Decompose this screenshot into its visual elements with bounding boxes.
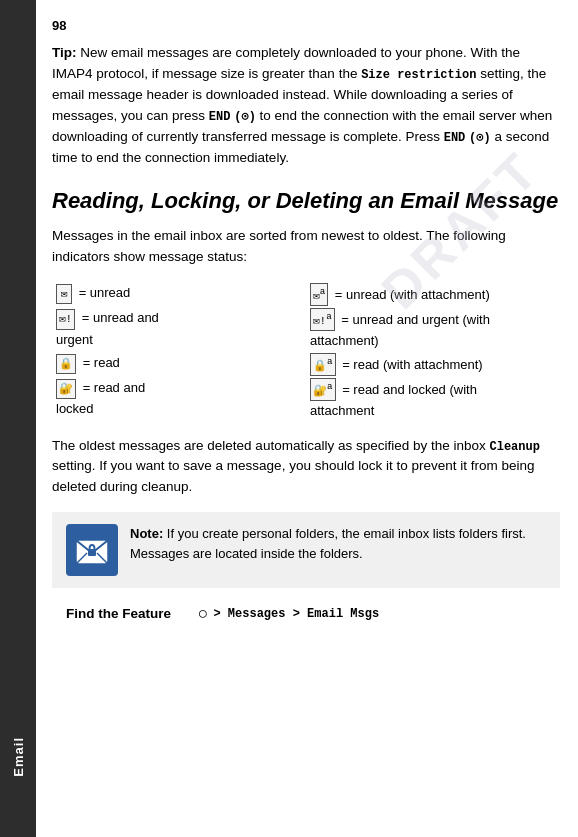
cleanup-text2: setting. If you want to save a message, … [52, 458, 535, 494]
path-messages: Messages [228, 607, 286, 621]
indicator-cell: ✉a = unread (with attachment) [306, 282, 560, 307]
read-attach-icon: 🔒a [310, 353, 336, 376]
path-separator-1: > [213, 607, 227, 621]
unread-urgent-attach-icon: ✉!a [310, 308, 335, 331]
path-email-msgs: Email Msgs [307, 607, 379, 621]
indicator-cell: 🔐a = read and locked (withattachment [306, 377, 560, 422]
path-separator-2: > [285, 607, 307, 621]
indicator-cell: ✉ = unread [52, 282, 306, 307]
tip-label: Tip: [52, 45, 77, 60]
end-key-1: END [209, 110, 231, 124]
read-locked-attach-icon: 🔐a [310, 378, 336, 401]
end-key-2: END [444, 131, 466, 145]
indicator-cell: 🔐 = read andlocked [52, 377, 306, 422]
indicator-cell: ✉!a = unread and urgent (withattachment) [306, 307, 560, 352]
sidebar: Email [0, 0, 36, 837]
cleanup-text: The oldest messages are deleted automati… [52, 436, 560, 499]
end-sym-2: (⊙) [469, 131, 491, 145]
find-feature-path: ◯ > Messages > Email Msgs [199, 606, 379, 621]
read-label: = read [83, 355, 120, 370]
unread-urgent-icon: ✉! [56, 309, 75, 330]
path-icon: ◯ [199, 607, 206, 621]
unread-urgent-attach-label: = unread and urgent (withattachment) [310, 312, 490, 349]
indicator-cell: 🔒 = read [52, 352, 306, 377]
find-feature-row: Find the Feature ◯ > Messages > Email Ms… [52, 602, 560, 625]
indicator-row: 🔒 = read 🔒a = read (with attachment) [52, 352, 560, 377]
svg-rect-3 [88, 549, 96, 556]
cleanup-mono: Cleanup [490, 440, 540, 454]
size-restriction-mono: Size restriction [361, 68, 476, 82]
find-feature-label: Find the Feature [66, 606, 171, 621]
note-body: If you create personal folders, the emai… [130, 526, 526, 561]
indicator-cell: ✉! = unread andurgent [52, 307, 306, 352]
indicator-cell: 🔒a = read (with attachment) [306, 352, 560, 377]
unread-attach-icon: ✉a [310, 283, 328, 306]
note-box: Note: If you create personal folders, th… [52, 512, 560, 588]
indicators-table: ✉ = unread ✉a = unread (with attachment)… [52, 282, 560, 422]
indicator-row: ✉ = unread ✉a = unread (with attachment) [52, 282, 560, 307]
unread-attach-label: = unread (with attachment) [335, 287, 490, 302]
end-sym-1: (⊙) [234, 110, 256, 124]
indicator-row: ✉! = unread andurgent ✉!a = unread and u… [52, 307, 560, 352]
note-text: Note: If you create personal folders, th… [130, 524, 546, 564]
read-icon: 🔒 [56, 354, 76, 375]
indicator-row: 🔐 = read andlocked 🔐a = read and locked … [52, 377, 560, 422]
unread-icon: ✉ [56, 284, 72, 305]
section-heading: Reading, Locking, or Deleting an Email M… [52, 187, 560, 215]
page-number: 98 [52, 18, 560, 33]
unread-label: = unread [79, 285, 131, 300]
sidebar-label: Email [11, 737, 26, 777]
envelope-icon [73, 531, 111, 569]
read-attach-label: = read (with attachment) [342, 356, 483, 371]
intro-text: Messages in the email inbox are sorted f… [52, 226, 560, 268]
note-icon-wrapper [66, 524, 118, 576]
tip-block: Tip: New email messages are completely d… [52, 43, 560, 169]
read-locked-icon: 🔐 [56, 379, 76, 400]
note-label: Note: [130, 526, 163, 541]
main-content: DRAFT 98 Tip: New email messages are com… [36, 0, 578, 837]
page-container: Email DRAFT 98 Tip: New email messages a… [0, 0, 578, 837]
cleanup-text1: The oldest messages are deleted automati… [52, 438, 490, 453]
